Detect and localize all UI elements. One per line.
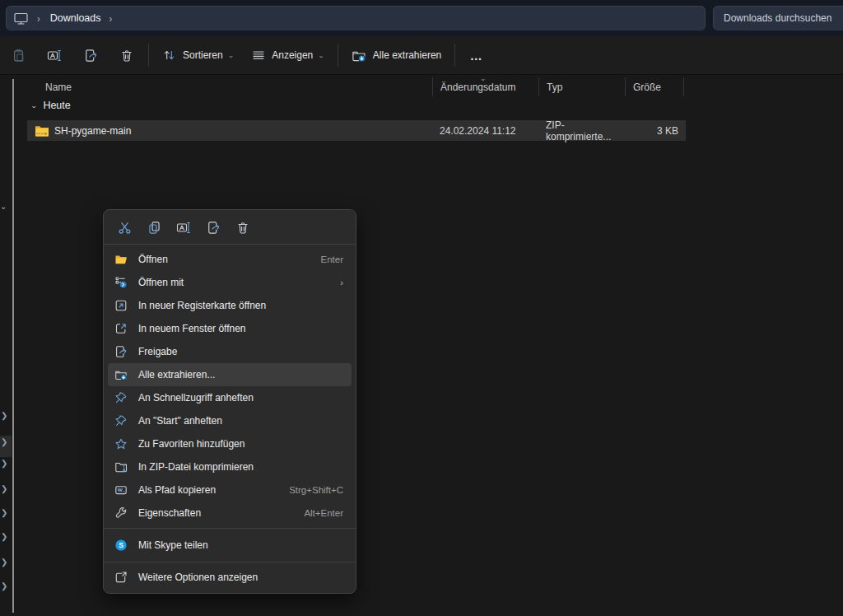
menu-item-an-start-anheften[interactable]: An "Start" anheften — [108, 409, 352, 432]
group-label: Heute — [43, 100, 70, 111]
share-icon — [114, 345, 128, 358]
view-button[interactable]: Anzeigen ⌄ — [245, 41, 331, 69]
search-input[interactable]: Downloads durchsuchen — [713, 6, 843, 30]
copy-button[interactable] — [142, 216, 165, 239]
copy-icon — [147, 221, 161, 235]
toolbar-divider — [338, 44, 338, 67]
file-list-area: ⌄ ❯ ❯ ❯ ❯ ❯ ❯ ❯ ❯ Name Änderungsdatum Ty… — [0, 75, 843, 616]
sort-button[interactable]: Sortieren ⌄ — [156, 41, 240, 69]
paste-button[interactable] — [3, 41, 33, 69]
menu-item-freigabe[interactable]: Freigabe — [108, 340, 352, 363]
share-button[interactable] — [202, 216, 225, 239]
shortcut: Alt+Enter — [304, 508, 343, 518]
properties-wrench-icon — [114, 506, 128, 520]
sort-direction-icon: ⌄ — [480, 74, 487, 82]
pin-icon — [114, 414, 128, 427]
menu-item-mit-skype-teilen[interactable]: S Mit Skype teilen — [108, 532, 352, 558]
toolbar-divider — [454, 44, 455, 67]
nav-tree-expanded-chevron-icon[interactable]: ⌄ — [0, 202, 7, 211]
extract-all-icon — [114, 368, 128, 381]
delete-button[interactable] — [231, 216, 254, 239]
view-label: Anzeigen — [272, 49, 313, 61]
column-header-name[interactable]: Name — [27, 77, 432, 96]
file-size: 3 KB — [625, 125, 684, 137]
delete-icon — [120, 49, 133, 63]
context-menu-quick-actions — [104, 214, 356, 240]
nav-tree-chevron-icon[interactable]: ❯ — [1, 437, 7, 446]
address-bar[interactable]: › Downloads › — [6, 6, 706, 30]
view-icon — [252, 49, 265, 61]
nav-tree-chevron-icon[interactable]: ❯ — [1, 411, 7, 420]
nav-pane-scrollbar[interactable] — [12, 79, 14, 613]
menu-item-in-neuer-registerkarte[interactable]: In neuer Registerkarte öffnen — [108, 294, 352, 317]
open-in-window-icon — [114, 322, 128, 335]
file-name: SH-pygame-main — [54, 125, 131, 137]
svg-text:S: S — [119, 541, 123, 549]
menu-item-zu-favoriten-hinzufuegen[interactable]: Zu Favoriten hinzufügen — [108, 432, 352, 455]
breadcrumb-downloads[interactable]: Downloads — [50, 12, 101, 24]
nav-tree-chevron-icon[interactable]: ❯ — [1, 484, 7, 493]
nav-tree-chevron-icon[interactable]: ❯ — [1, 558, 7, 567]
menu-item-in-zip-datei-komprimieren[interactable]: In ZIP-Datei komprimieren — [108, 455, 352, 478]
sort-icon — [162, 49, 176, 62]
submenu-chevron-icon: › — [340, 278, 343, 287]
menu-item-alle-extrahieren[interactable]: Alle extrahieren... — [108, 363, 352, 386]
chevron-down-icon: ⌄ — [318, 52, 324, 59]
menu-item-oeffnen-mit[interactable]: Öffnen mit › — [108, 271, 352, 294]
nav-tree-chevron-icon[interactable]: ❯ — [1, 532, 7, 541]
file-type: ZIP-komprimierte... — [538, 119, 625, 142]
paste-icon — [12, 49, 26, 63]
column-header-row: Name Änderungsdatum Typ Größe ⌄ — [27, 77, 686, 96]
group-header-heute[interactable]: ⌄ Heute — [30, 100, 71, 111]
more-options-icon — [114, 571, 128, 584]
command-bar: Sortieren ⌄ Anzeigen ⌄ Alle extrahieren … — [0, 36, 843, 75]
file-date: 24.02.2024 11:12 — [432, 125, 538, 137]
zip-compress-icon — [114, 460, 128, 474]
menu-separator — [104, 528, 356, 529]
breadcrumb-chevron-icon[interactable]: › — [101, 12, 123, 24]
rename-button[interactable] — [40, 41, 69, 69]
nav-tree-chevron-icon[interactable]: ❯ — [1, 581, 7, 590]
search-placeholder: Downloads durchsuchen — [724, 12, 831, 24]
menu-separator — [104, 562, 356, 562]
group-collapse-chevron-icon[interactable]: ⌄ — [30, 101, 37, 109]
toolbar-divider — [148, 44, 149, 67]
menu-item-eigenschaften[interactable]: Eigenschaften Alt+Enter — [108, 502, 352, 525]
shortcut: Strg+Shift+C — [289, 485, 343, 495]
breadcrumb-chevron-icon: › — [29, 12, 50, 24]
delete-icon — [236, 221, 249, 235]
see-more-icon: … — [470, 49, 484, 63]
title-bar: › Downloads › Downloads durchsuchen — [0, 0, 843, 36]
delete-button[interactable] — [112, 41, 142, 69]
rename-icon — [47, 49, 62, 63]
cut-button[interactable] — [113, 216, 136, 239]
share-button[interactable] — [76, 41, 105, 69]
open-in-tab-icon — [114, 299, 128, 312]
nav-tree-chevron-icon[interactable]: ❯ — [1, 508, 7, 517]
cut-icon — [118, 221, 132, 235]
copy-path-icon — [114, 483, 128, 497]
column-header-type[interactable]: Typ — [538, 77, 625, 96]
nav-tree-chevron-icon[interactable]: ❯ — [1, 459, 7, 468]
menu-item-als-pfad-kopieren[interactable]: Als Pfad kopieren Strg+Shift+C — [108, 478, 352, 502]
menu-item-weitere-optionen-anzeigen[interactable]: Weitere Optionen anzeigen — [108, 566, 352, 589]
extract-all-icon — [352, 49, 366, 63]
share-icon — [84, 49, 98, 63]
menu-item-an-schnellzugriff-anheften[interactable]: An Schnellzugriff anheften — [108, 386, 352, 409]
extract-all-button[interactable]: Alle extrahieren — [345, 41, 448, 69]
shortcut: Enter — [321, 254, 344, 264]
this-pc-monitor-icon[interactable] — [13, 12, 29, 26]
context-menu: Öffnen Enter Öffnen mit › — [103, 209, 356, 594]
menu-item-in-neuem-fenster[interactable]: In neuem Fenster öffnen — [108, 317, 352, 340]
rename-button[interactable] — [172, 216, 195, 239]
file-row-sh-pygame-main[interactable]: SH-pygame-main 24.02.2024 11:12 ZIP-komp… — [27, 120, 686, 141]
zip-folder-icon — [35, 124, 49, 137]
column-header-size[interactable]: Größe — [625, 77, 684, 96]
skype-icon: S — [114, 539, 128, 552]
rename-icon — [176, 221, 191, 235]
star-icon — [114, 437, 128, 450]
sort-label: Sortieren — [183, 49, 223, 61]
see-more-button[interactable]: … — [462, 41, 491, 69]
menu-item-oeffnen[interactable]: Öffnen Enter — [108, 248, 352, 271]
pin-icon — [114, 391, 128, 404]
